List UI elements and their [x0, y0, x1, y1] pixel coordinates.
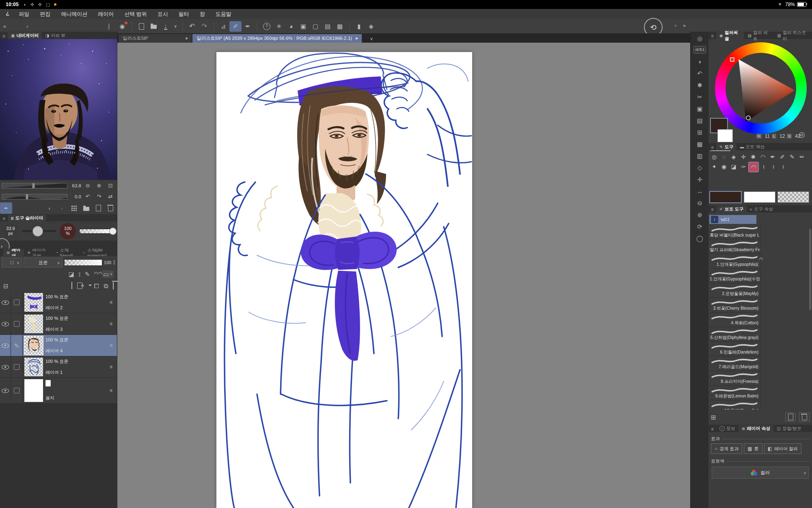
brush-item[interactable]: 2.은방울꽃(Maylily) — [709, 283, 760, 298]
tab-auto-action[interactable]: ▬ 오토 액션 — [736, 143, 768, 150]
color-wheel[interactable] — [715, 42, 807, 134]
command-icon[interactable]: ↔ — [694, 187, 706, 195]
brush-item[interactable]: 10.동백(Camellia) — [709, 400, 760, 410]
layer-checkbox[interactable] — [11, 313, 23, 334]
mesh-icon[interactable]: ▦ — [334, 21, 346, 32]
command-icon[interactable]: ◇ — [694, 163, 706, 172]
brush-item[interactable]: 흑당 버블티(Black sugar L — [709, 225, 760, 239]
open-canvas-button[interactable] — [81, 204, 91, 212]
rotate-left-button[interactable]: ↶ — [83, 193, 93, 201]
tab-navigator[interactable]: ▣ 내비게이터 — [8, 32, 42, 39]
open-file-icon[interactable] — [147, 21, 160, 32]
layer-drag-handle[interactable]: ≡ — [110, 313, 117, 334]
thumbnail-grid-button[interactable] — [69, 204, 79, 212]
tab-list-chevron-icon[interactable]: ∨ — [370, 37, 373, 41]
rotate-right-button[interactable]: ↷ — [94, 193, 104, 201]
brush-item[interactable]: 8.프리지아(Freesia) — [709, 371, 760, 386]
layer-row[interactable]: 100 % 표준레이어 2 ≡ — [0, 292, 117, 313]
forward-icon[interactable]: › — [675, 23, 676, 28]
clip-to-layer-below-icon[interactable]: ◪ — [69, 271, 74, 277]
expression-color-combo[interactable]: 컬러 ∨ — [712, 467, 809, 479]
menu-item[interactable]: 선택 범위 — [119, 11, 152, 18]
menu-item[interactable]: 도움말 — [210, 11, 237, 18]
layer-row-paper[interactable]: 용지 ≡ — [0, 378, 117, 404]
brush-size-badge[interactable]: 33.9px — [2, 223, 19, 239]
layer-row[interactable]: 100 % 표준레이어 3 ≡ — [0, 313, 117, 335]
layer-visibility-toggle[interactable] — [0, 335, 11, 356]
subtool-group-selected[interactable]: ≀ 낙디 — [709, 215, 756, 224]
new-canvas-icon[interactable] — [135, 21, 147, 32]
color-triangle[interactable] — [715, 42, 807, 134]
tool-button[interactable]: ≀ — [769, 162, 778, 172]
tab-tool-property[interactable]: ⫦ 도구 속성 — [747, 206, 776, 213]
secondary-color-swatch[interactable] — [717, 129, 733, 142]
panel-menu-icon[interactable]: ≡ — [708, 426, 716, 432]
brush-item[interactable]: 1.안개꽃(Gypsophila)(수정) — [709, 269, 760, 283]
collapse-left-icon[interactable]: « — [3, 24, 6, 29]
layer-visibility-toggle[interactable] — [0, 313, 11, 334]
undo-icon[interactable]: ↶ — [186, 21, 198, 32]
next-canvas-button[interactable]: › — [57, 204, 67, 212]
prev-canvas-button[interactable]: ‹ — [45, 204, 54, 212]
fill-brush-icon[interactable]: ✒ — [242, 21, 254, 32]
layer-drag-handle[interactable]: ≡ — [110, 378, 117, 403]
back-icon[interactable]: ‹ — [26, 24, 28, 29]
redo-icon[interactable]: ↷ — [198, 21, 210, 32]
tool-button[interactable]: ◠ — [758, 152, 768, 162]
command-icon[interactable]: ⟳ — [694, 222, 706, 230]
fit-to-screen-button[interactable]: ⊡ — [106, 182, 115, 190]
ruler-options-button[interactable]: ▭∨ — [102, 270, 114, 278]
layer-checkbox[interactable] — [11, 356, 23, 378]
tool-button[interactable]: ✦ — [709, 162, 719, 172]
tool-button[interactable]: ✎ — [787, 152, 797, 162]
panel-menu-icon[interactable]: ≡ — [708, 145, 716, 150]
tool-button[interactable]: ✒ — [768, 152, 777, 162]
layer-row[interactable]: 100 % 표준레이어 1 ≡ — [0, 356, 117, 378]
layer-checkbox[interactable] — [11, 378, 23, 403]
tab-info[interactable]: i 정보 — [716, 425, 739, 432]
brush-item[interactable]: 5.산하엽(Diphylleia grayi) — [709, 327, 760, 342]
new-layer-icon[interactable] — [71, 282, 72, 289]
main-color-transparent[interactable] — [777, 191, 809, 203]
snap-pen-icon[interactable]: ⊿ — [217, 21, 229, 32]
tone-effect-button[interactable]: ▩ 톤 — [744, 443, 762, 454]
document-tab-active[interactable]: 일러스트59* (A5 2039 x 2894px 350dpi 56.6% :… — [192, 34, 362, 43]
delete-canvas-button[interactable] — [106, 204, 115, 212]
command-icon[interactable]: ▤ — [694, 116, 706, 124]
command-icon[interactable]: ↶ — [694, 69, 706, 77]
layer-list-options-icon[interactable]: ⊟ — [3, 283, 9, 289]
brush-item[interactable]: 3.벚꽃(Cherry Blossom) — [709, 298, 760, 313]
toolbar-grip[interactable]: ∥ — [108, 23, 111, 29]
tab-align-distribute[interactable]: ◫ 정렬/분포 — [773, 425, 805, 432]
tool-button[interactable]: ✐ — [777, 152, 787, 162]
opacity-stepper[interactable]: ∧∨ — [113, 260, 115, 265]
tab-color-set[interactable]: ▤ 컬러 세트 — [744, 32, 774, 39]
tab-subtool[interactable]: ✐ 보조 도구 — [716, 206, 747, 213]
brush-opacity-slider[interactable] — [79, 229, 114, 234]
main-color-secondary[interactable] — [744, 191, 775, 203]
navigator-zoom-slider[interactable] — [2, 183, 67, 189]
canvas-frame-icon[interactable]: ▢ — [309, 21, 322, 32]
reference-layer-icon[interactable]: ⟟ — [78, 271, 81, 277]
hue-marker[interactable] — [730, 58, 734, 61]
menu-item[interactable]: 애니메이션 — [56, 11, 93, 18]
command-icon[interactable]: ⊕ — [694, 211, 706, 219]
command-icon[interactable]: ✛ — [694, 175, 706, 183]
tool-button[interactable]: ◎ — [709, 152, 719, 162]
gradient-map-icon[interactable]: ▤ — [322, 21, 334, 32]
brush-mode-icon[interactable]: ✐ — [229, 21, 242, 32]
add-subtool-button[interactable] — [785, 412, 796, 421]
main-color-primary[interactable] — [709, 191, 742, 203]
collapse-right-icon[interactable]: » — [683, 23, 686, 28]
save-icon[interactable]: ↓ — [160, 21, 172, 32]
tool-button[interactable]: ◠ — [748, 162, 759, 172]
panel-menu-icon[interactable]: ≡ — [708, 207, 716, 213]
save-options-chevron-icon[interactable]: ∨ — [172, 21, 179, 32]
brush-item[interactable]: 6.민들레(Dandelion) — [709, 342, 760, 356]
layer-thumbnail-size-combo[interactable]: ▢∨ — [2, 258, 22, 267]
delete-layer-icon[interactable] — [113, 282, 114, 289]
layer-visibility-toggle[interactable] — [0, 356, 11, 378]
layer-checkbox[interactable] — [11, 292, 23, 313]
layer-visibility-toggle[interactable] — [0, 378, 11, 403]
brush-item[interactable]: 9.레몬밤(Lemon Balm) — [709, 386, 760, 400]
